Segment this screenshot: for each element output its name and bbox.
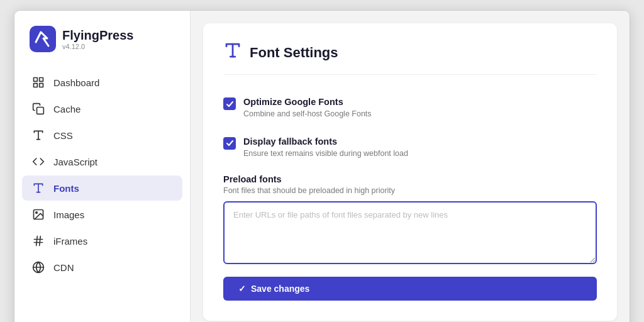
settings-section: Optimize Google Fonts Combine and self-h… bbox=[223, 87, 597, 301]
image-icon bbox=[32, 208, 45, 221]
sidebar: FlyingPress v4.12.0 Dashboard bbox=[14, 11, 191, 322]
optimize-google-fonts-text: Optimize Google Fonts Combine and self-h… bbox=[243, 96, 372, 118]
sidebar-label-cache: Cache bbox=[53, 104, 80, 114]
font-icon bbox=[32, 182, 45, 194]
sidebar-label-css: CSS bbox=[53, 130, 73, 141]
page-header: Font Settings bbox=[223, 41, 597, 75]
sidebar-label-fonts: Fonts bbox=[53, 183, 79, 194]
svg-rect-3 bbox=[34, 84, 38, 87]
sidebar-item-cache[interactable]: Cache bbox=[22, 96, 182, 121]
grid-icon bbox=[32, 76, 45, 89]
optimize-google-fonts-desc: Combine and self-host Google Fonts bbox=[243, 109, 372, 118]
sidebar-item-images[interactable]: Images bbox=[22, 202, 182, 227]
optimize-google-fonts-row: Optimize Google Fonts Combine and self-h… bbox=[223, 87, 597, 127]
sidebar-label-dashboard: Dashboard bbox=[53, 77, 99, 88]
flyingpress-logo-icon bbox=[30, 26, 56, 52]
sidebar-logo: FlyingPress v4.12.0 bbox=[14, 26, 190, 70]
svg-line-15 bbox=[40, 236, 41, 246]
svg-rect-2 bbox=[40, 78, 43, 82]
display-fallback-fonts-label: Display fallback fonts bbox=[243, 136, 408, 148]
svg-point-11 bbox=[36, 212, 38, 214]
sidebar-item-css[interactable]: CSS bbox=[22, 123, 182, 148]
sidebar-label-images: Images bbox=[53, 209, 84, 220]
sidebar-label-javascript: JavaScript bbox=[53, 157, 97, 167]
main-content: Font Settings Optimize Google Fonts bbox=[191, 11, 630, 322]
content-card: Font Settings Optimize Google Fonts bbox=[203, 23, 617, 321]
preload-fonts-section: Preload fonts Font files that should be … bbox=[223, 174, 597, 267]
sidebar-item-iframes[interactable]: iFrames bbox=[22, 228, 182, 253]
sidebar-item-javascript[interactable]: JavaScript bbox=[22, 149, 182, 174]
preload-fonts-desc: Font files that should be preloaded in h… bbox=[223, 186, 597, 195]
app-name: FlyingPress bbox=[62, 28, 133, 43]
optimize-google-fonts-checkbox[interactable] bbox=[223, 97, 236, 110]
hash-icon bbox=[32, 235, 45, 247]
page-title: Font Settings bbox=[250, 45, 338, 61]
display-fallback-fonts-row: Display fallback fonts Ensure text remai… bbox=[223, 127, 597, 167]
checkmark-icon: ✓ bbox=[238, 284, 246, 294]
optimize-google-fonts-label: Optimize Google Fonts bbox=[243, 96, 372, 108]
sidebar-item-cdn[interactable]: CDN bbox=[22, 255, 182, 280]
app-version: v4.12.0 bbox=[62, 43, 133, 50]
sidebar-navigation: Dashboard Cache CSS bbox=[14, 70, 190, 280]
globe-icon bbox=[32, 261, 45, 274]
svg-rect-1 bbox=[34, 78, 38, 82]
save-changes-button[interactable]: ✓ Save changes bbox=[223, 277, 597, 301]
preload-fonts-textarea[interactable] bbox=[223, 201, 597, 264]
display-fallback-fonts-desc: Ensure text remains visible during webfo… bbox=[243, 149, 408, 158]
svg-rect-4 bbox=[40, 84, 43, 87]
preload-fonts-label: Preload fonts bbox=[223, 174, 597, 184]
sidebar-label-cdn: CDN bbox=[53, 262, 74, 273]
display-fallback-fonts-text: Display fallback fonts Ensure text remai… bbox=[243, 136, 408, 158]
app-window: FlyingPress v4.12.0 Dashboard bbox=[14, 10, 630, 322]
svg-rect-5 bbox=[37, 108, 44, 114]
sidebar-label-iframes: iFrames bbox=[53, 236, 87, 247]
logo-text: FlyingPress v4.12.0 bbox=[62, 28, 133, 50]
css-icon bbox=[32, 129, 45, 142]
javascript-icon bbox=[32, 155, 45, 168]
svg-line-14 bbox=[36, 236, 38, 246]
save-button-label: Save changes bbox=[251, 284, 309, 294]
sidebar-item-fonts[interactable]: Fonts bbox=[22, 175, 182, 201]
copy-icon bbox=[32, 103, 45, 115]
sidebar-item-dashboard[interactable]: Dashboard bbox=[22, 70, 182, 95]
display-fallback-fonts-checkbox[interactable] bbox=[223, 137, 236, 150]
font-settings-icon bbox=[223, 41, 242, 64]
